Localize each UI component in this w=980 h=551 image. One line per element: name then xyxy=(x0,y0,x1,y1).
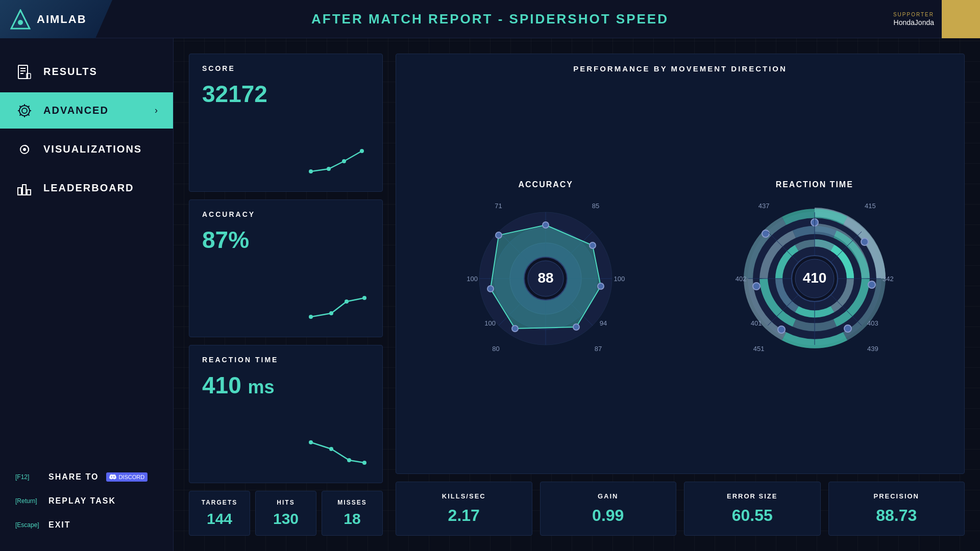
score-sparkline xyxy=(306,143,372,181)
aimlab-logo-icon xyxy=(10,9,31,30)
left-panels: SCORE 32172 ACCURACY 87% xyxy=(189,54,383,536)
sidebar-item-advanced[interactable]: ADVANCED › xyxy=(0,92,173,129)
supporter-name: HondaJonda xyxy=(894,18,934,27)
svg-point-39 xyxy=(573,324,579,330)
acc-label-tr: 85 xyxy=(592,202,599,210)
svg-point-8 xyxy=(22,108,27,113)
acc-label-mr: 100 xyxy=(614,274,625,282)
svg-point-38 xyxy=(598,283,604,289)
svg-point-49 xyxy=(868,281,875,288)
svg-point-26 xyxy=(362,461,366,465)
targets-stat: TARGETS 144 xyxy=(189,491,250,536)
logo-area: AIMLAB xyxy=(0,0,112,38)
exit-action[interactable]: [Escape] EXIT xyxy=(0,514,173,536)
reaction-title: REACTION TIME xyxy=(202,356,370,364)
react-label-tl: 437 xyxy=(758,202,770,210)
svg-rect-12 xyxy=(18,188,21,195)
kills-sec-value: 2.17 xyxy=(406,506,522,525)
precision-value: 88.73 xyxy=(839,506,954,525)
hits-stat: HITS 130 xyxy=(255,491,316,536)
logo-text: AIMLAB xyxy=(37,13,87,26)
misses-stat: MISSES 18 xyxy=(322,491,383,536)
react-label-b2r: 439 xyxy=(867,345,878,353)
gain-value: 0.99 xyxy=(551,506,666,525)
acc-label-bl: 100 xyxy=(484,319,496,327)
svg-point-41 xyxy=(487,286,494,292)
react-label-ml: 402 xyxy=(736,274,747,282)
sidebar: RESULTS ADVANCED › VISUALIZATIONS xyxy=(0,38,174,551)
acc-label-br: 94 xyxy=(600,319,607,327)
f12-key: [F12] xyxy=(15,473,41,481)
svg-point-53 xyxy=(762,230,769,237)
leaderboard-icon xyxy=(15,179,33,197)
react-label-br: 403 xyxy=(867,319,878,327)
svg-point-23 xyxy=(309,440,313,444)
reaction-sparkline xyxy=(306,435,372,472)
svg-text:88: 88 xyxy=(538,270,554,286)
performance-card: PERFORMANCE BY MOVEMENT DIRECTION ACCURA… xyxy=(396,54,965,474)
supporter-label: SUPPORTER xyxy=(893,12,934,17)
acc-label-b2r: 87 xyxy=(595,345,602,353)
svg-point-9 xyxy=(19,106,30,116)
svg-point-2 xyxy=(18,20,23,25)
svg-point-36 xyxy=(543,222,549,228)
advanced-icon xyxy=(15,102,33,119)
results-icon xyxy=(15,63,33,81)
gain-card: GAIN 0.99 xyxy=(540,482,677,536)
accuracy-radar-wrapper: 71 85 100 100 100 94 80 87 xyxy=(464,197,627,360)
svg-point-25 xyxy=(347,458,351,462)
svg-point-42 xyxy=(496,232,502,238)
sidebar-results-label: RESULTS xyxy=(43,66,97,78)
kills-sec-label: KILLS/SEC xyxy=(406,492,522,500)
score-title: SCORE xyxy=(202,64,370,72)
svg-point-21 xyxy=(345,299,349,304)
gain-label: GAIN xyxy=(551,492,666,500)
page-title: AFTER MATCH REPORT - SPIDERSHOT SPEED xyxy=(311,11,669,27)
accuracy-radar-svg: 88 xyxy=(464,197,627,360)
sidebar-visualizations-label: VISUALIZATIONS xyxy=(43,143,142,155)
return-key: [Return] xyxy=(15,497,41,505)
sidebar-item-leaderboard[interactable]: LEADERBOARD xyxy=(0,170,173,206)
score-card: SCORE 32172 xyxy=(189,54,383,192)
svg-rect-14 xyxy=(27,190,31,195)
sidebar-leaderboard-label: LEADERBOARD xyxy=(43,182,134,194)
right-panel: PERFORMANCE BY MOVEMENT DIRECTION ACCURA… xyxy=(396,54,965,536)
react-label-bl: 401 xyxy=(751,319,762,327)
svg-point-20 xyxy=(329,311,333,315)
svg-point-48 xyxy=(861,238,868,245)
acc-label-tl: 71 xyxy=(495,202,502,210)
svg-point-40 xyxy=(512,325,518,332)
main-content: SCORE 32172 ACCURACY 87% xyxy=(174,38,980,551)
svg-point-11 xyxy=(23,148,26,151)
svg-point-16 xyxy=(327,167,331,171)
replay-action[interactable]: [Return] REPLAY TASK xyxy=(0,490,173,512)
score-value: 32172 xyxy=(202,80,370,108)
reaction-value: 410 ms xyxy=(202,371,370,399)
extra-stats-row: KILLS/SEC 2.17 GAIN 0.99 ERROR SIZE 60.5… xyxy=(396,482,965,536)
reaction-radar-title: REACTION TIME xyxy=(776,180,853,189)
reaction-card: REACTION TIME 410 ms xyxy=(189,345,383,483)
svg-point-19 xyxy=(309,315,313,319)
share-label: SHARE TO xyxy=(48,472,99,482)
error-size-card: ERROR SIZE 60.55 xyxy=(684,482,821,536)
sidebar-advanced-label: ADVANCED xyxy=(43,105,109,116)
supporter-avatar xyxy=(942,0,980,38)
accuracy-radar-title: ACCURACY xyxy=(518,180,573,189)
sidebar-item-visualizations[interactable]: VISUALIZATIONS xyxy=(0,131,173,167)
error-size-value: 60.55 xyxy=(695,506,810,525)
chevron-right-icon: › xyxy=(155,105,158,116)
accuracy-radar: ACCURACY 71 85 100 100 100 94 80 87 xyxy=(464,180,627,360)
share-discord-action[interactable]: [F12] SHARE TO DISCORD xyxy=(0,466,173,488)
kills-sec-card: KILLS/SEC 2.17 xyxy=(396,482,532,536)
svg-point-24 xyxy=(329,447,333,451)
precision-label: PRECISION xyxy=(839,492,954,500)
svg-point-18 xyxy=(360,149,364,153)
misses-value: 18 xyxy=(330,510,375,528)
svg-point-15 xyxy=(309,169,313,173)
targets-label: TARGETS xyxy=(197,499,242,506)
bottom-stats: TARGETS 144 HITS 130 MISSES 18 xyxy=(189,491,383,536)
replay-label: REPLAY TASK xyxy=(48,496,116,506)
sidebar-item-results[interactable]: RESULTS xyxy=(0,54,173,90)
svg-text:410: 410 xyxy=(802,270,826,286)
react-label-b2l: 451 xyxy=(753,345,765,353)
